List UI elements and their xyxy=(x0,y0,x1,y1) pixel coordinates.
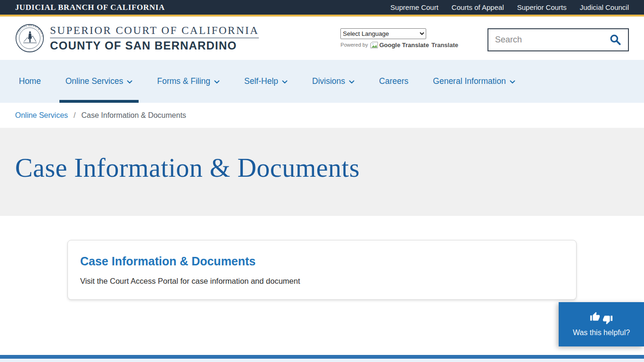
nav-item-self-help[interactable]: Self-Help xyxy=(238,60,294,103)
search-button[interactable] xyxy=(606,33,628,46)
nav-item-online-services[interactable]: Online Services xyxy=(59,60,139,103)
main-nav: HomeOnline ServicesForms & FilingSelf-He… xyxy=(0,60,644,103)
case-info-card: Case Information & Documents Visit the C… xyxy=(67,240,577,300)
powered-by-row: Powered by Google Translate Translate xyxy=(340,41,458,49)
thumbs-down-icon[interactable] xyxy=(603,314,613,325)
card-description: Visit the Court Access Portal for case i… xyxy=(80,277,564,286)
page-title: Case Information & Documents xyxy=(15,153,629,183)
nav-item-divisions[interactable]: Divisions xyxy=(306,60,361,103)
brand-line1: SUPERIOR COURT OF CALIFORNIA xyxy=(50,25,259,37)
breadcrumb-parent-link[interactable]: Online Services xyxy=(15,111,68,120)
nav-item-label: Divisions xyxy=(312,76,345,86)
translate-widget: Select Language Powered by Google Transl… xyxy=(340,25,458,49)
page: JUDICIAL BRANCH OF CALIFORNIA Supreme Co… xyxy=(0,0,644,362)
top-link-supreme-court[interactable]: Supreme Court xyxy=(390,3,438,11)
card-title-link[interactable]: Case Information & Documents xyxy=(80,255,564,268)
top-link-superior-courts[interactable]: Superior Courts xyxy=(517,3,567,11)
broken-image-icon xyxy=(370,41,378,49)
topbar-title: JUDICIAL BRANCH OF CALIFORNIA xyxy=(15,3,165,12)
powered-by-label: Powered by xyxy=(340,42,368,48)
footer-strip xyxy=(0,355,644,362)
main-content: Case Information & Documents Visit the C… xyxy=(0,216,644,353)
breadcrumb-current: Case Information & Documents xyxy=(82,111,186,120)
top-links: Supreme CourtCourts of AppealSuperior Co… xyxy=(390,3,629,11)
feedback-widget[interactable]: Was this helpful? xyxy=(559,302,644,346)
header-right: Select Language Powered by Google Transl… xyxy=(340,25,629,51)
search-box xyxy=(487,28,629,51)
nav-item-home[interactable]: Home xyxy=(13,60,47,103)
feedback-label: Was this helpful? xyxy=(573,329,630,337)
footer-accent-bar xyxy=(0,355,644,359)
top-link-judicial-council[interactable]: Judicial Council xyxy=(580,3,629,11)
thumbs-up-icon[interactable] xyxy=(590,312,600,322)
nav-item-label: Self-Help xyxy=(244,76,278,86)
google-translate-label[interactable]: Google Translate xyxy=(379,41,429,49)
breadcrumb-separator: / xyxy=(74,111,75,120)
chevron-down-icon xyxy=(282,80,288,84)
chevron-down-icon xyxy=(510,80,515,84)
nav-item-general-information[interactable]: General Information xyxy=(427,60,521,103)
search-input[interactable] xyxy=(488,35,606,45)
search-icon xyxy=(609,33,621,46)
chevron-down-icon xyxy=(127,80,132,84)
language-select[interactable]: Select Language xyxy=(340,28,426,39)
nav-item-careers[interactable]: Careers xyxy=(373,60,414,103)
translate-link[interactable]: Translate xyxy=(431,41,458,49)
hero-band: Case Information & Documents xyxy=(0,128,644,216)
government-topbar: JUDICIAL BRANCH OF CALIFORNIA Supreme Co… xyxy=(0,0,644,16)
breadcrumb: Online Services / Case Information & Doc… xyxy=(0,103,644,128)
nav-item-label: Careers xyxy=(379,76,408,86)
thumbs-icons xyxy=(590,312,613,325)
chevron-down-icon xyxy=(349,80,355,84)
nav-item-label: Online Services xyxy=(66,76,124,86)
nav-item-label: General Information xyxy=(433,76,506,86)
nav-item-label: Forms & Filing xyxy=(157,76,210,86)
brand-divider xyxy=(50,38,259,38)
site-header: JUDICIAL BRANCH OF CALIFORNIA SUPERIOR C… xyxy=(0,16,644,60)
brand-block: SUPERIOR COURT OF CALIFORNIA COUNTY OF S… xyxy=(50,25,259,52)
top-link-courts-of-appeal[interactable]: Courts of Appeal xyxy=(452,3,504,11)
court-seal-logo: JUDICIAL BRANCH OF CALIFORNIA xyxy=(15,24,44,53)
nav-item-label: Home xyxy=(19,76,41,86)
footer-light-band xyxy=(0,359,644,362)
nav-item-forms-filing[interactable]: Forms & Filing xyxy=(151,60,226,103)
brand-line2: COUNTY OF SAN BERNARDINO xyxy=(50,39,259,52)
chevron-down-icon xyxy=(214,80,220,84)
